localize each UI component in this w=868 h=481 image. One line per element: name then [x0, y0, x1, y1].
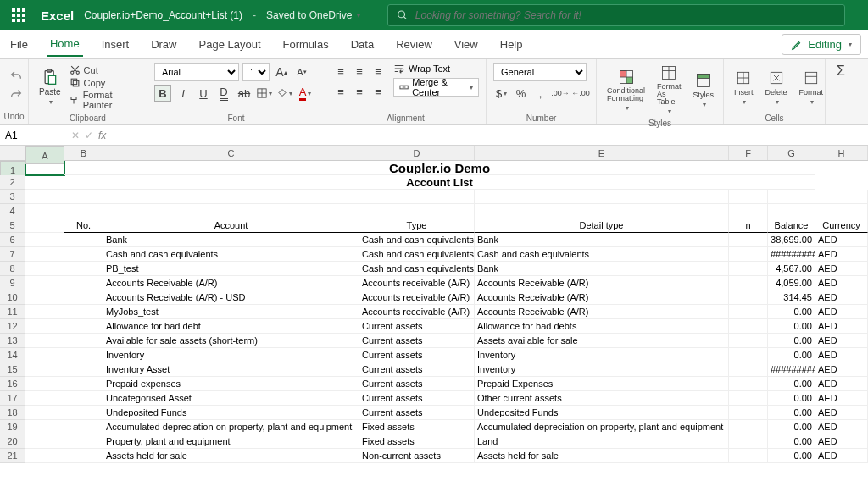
cell[interactable]: AED — [815, 348, 868, 362]
document-name[interactable]: Coupler.io+Demo_Account+List (1) — [84, 9, 242, 21]
cell[interactable] — [729, 391, 768, 406]
cell[interactable]: AED — [815, 247, 868, 262]
cell[interactable] — [359, 204, 475, 218]
font-name-select[interactable]: Arial — [154, 63, 239, 81]
cell[interactable]: ######### — [768, 362, 815, 377]
cell[interactable]: 0.00 — [768, 348, 815, 362]
cell[interactable] — [729, 262, 768, 276]
row-header[interactable]: 12 — [0, 319, 25, 334]
cell[interactable]: 0.00 — [768, 420, 815, 434]
cell[interactable]: Cash and cash equivalents — [359, 233, 475, 247]
cell[interactable]: Balance — [768, 218, 815, 233]
cell[interactable] — [729, 233, 768, 247]
cell[interactable] — [25, 406, 64, 420]
shrink-font-button[interactable]: A▾ — [293, 64, 310, 80]
delete-cells-button[interactable]: Delete▾ — [762, 68, 791, 108]
cell[interactable] — [729, 190, 768, 204]
cell[interactable]: Other current assets — [475, 391, 729, 406]
cell[interactable] — [64, 449, 103, 463]
cell[interactable] — [359, 190, 475, 204]
col-header[interactable]: G — [768, 146, 815, 160]
cell[interactable]: 0.00 — [768, 377, 815, 391]
strikethrough-button[interactable]: ab — [236, 85, 253, 102]
font-color-button[interactable]: A▾ — [297, 85, 314, 102]
cell[interactable] — [729, 276, 768, 290]
formula-input[interactable] — [113, 130, 868, 141]
cell[interactable] — [64, 434, 103, 449]
cell[interactable] — [729, 449, 768, 463]
enter-formula-icon[interactable]: ✓ — [85, 130, 93, 141]
cell[interactable]: AED — [815, 334, 868, 348]
spreadsheet-grid[interactable]: A B C D E F G H 1Coupler.io Demo2Account… — [0, 146, 868, 481]
cell[interactable] — [729, 247, 768, 262]
cell[interactable] — [25, 391, 64, 406]
number-format-select[interactable]: General — [493, 63, 587, 81]
row-header[interactable]: 20 — [0, 434, 25, 449]
cell[interactable] — [729, 334, 768, 348]
cell[interactable]: 0.00 — [768, 434, 815, 449]
cell[interactable]: Accounts receivable (A/R) — [359, 290, 475, 305]
cell-styles-button[interactable]: Styles▾ — [690, 70, 718, 110]
search-input[interactable] — [415, 9, 837, 21]
cell[interactable] — [64, 420, 103, 434]
increase-decimal-button[interactable]: .00→ — [552, 85, 569, 102]
format-as-table-button[interactable]: Format As Table▾ — [654, 63, 685, 117]
cell[interactable] — [25, 319, 64, 334]
cell[interactable]: AED — [815, 377, 868, 391]
cell[interactable]: ######### — [768, 247, 815, 262]
cell[interactable]: AED — [815, 319, 868, 334]
comma-button[interactable]: , — [532, 85, 548, 102]
cell[interactable]: Land — [475, 434, 729, 449]
cell[interactable]: 0.00 — [768, 449, 815, 463]
select-all-corner[interactable] — [0, 146, 25, 160]
bold-button[interactable]: B — [154, 85, 171, 102]
cell[interactable]: Current assets — [359, 406, 475, 420]
cell[interactable]: AED — [815, 262, 868, 276]
cell[interactable] — [64, 377, 103, 391]
col-header[interactable]: A — [25, 146, 64, 164]
cell[interactable] — [64, 204, 103, 218]
italic-button[interactable]: I — [175, 85, 192, 102]
cell[interactable] — [25, 449, 64, 463]
cell[interactable]: Allowance for bad debts — [475, 319, 729, 334]
merge-center-button[interactable]: Merge & Center▾ — [393, 78, 479, 97]
cell[interactable]: Accounts Receivable (A/R) — [475, 305, 729, 319]
cell[interactable] — [103, 190, 359, 204]
cell[interactable]: AED — [815, 406, 868, 420]
row-header[interactable]: 11 — [0, 305, 25, 319]
cell[interactable]: 0.00 — [768, 305, 815, 319]
cell[interactable]: 38,699.00 — [768, 233, 815, 247]
cell[interactable]: AED — [815, 233, 868, 247]
cell[interactable]: Cash and cash equivalents — [359, 262, 475, 276]
cell[interactable] — [103, 204, 359, 218]
cell[interactable] — [25, 276, 64, 290]
cell[interactable]: PB_test — [103, 262, 359, 276]
cell[interactable]: Undeposited Funds — [475, 406, 729, 420]
cell[interactable]: AED — [815, 420, 868, 434]
cell[interactable]: Current assets — [359, 319, 475, 334]
format-cells-button[interactable]: Format▾ — [796, 68, 827, 108]
cell[interactable]: Accounts Receivable (A/R) — [475, 290, 729, 305]
cell[interactable]: Undeposited Funds — [103, 406, 359, 420]
tab-help[interactable]: Help — [497, 33, 526, 56]
row-header[interactable]: 2 — [0, 175, 25, 190]
cell[interactable] — [25, 334, 64, 348]
cell[interactable] — [25, 218, 64, 233]
row-header[interactable]: 16 — [0, 377, 25, 391]
conditional-formatting-button[interactable]: Conditional Formatting▾ — [604, 67, 648, 113]
cell[interactable]: Account — [103, 218, 359, 233]
cell[interactable] — [64, 190, 103, 204]
row-header[interactable]: 4 — [0, 204, 25, 218]
cell[interactable]: Inventory — [103, 348, 359, 362]
row-header[interactable]: 9 — [0, 276, 25, 290]
cell[interactable]: 4,059.00 — [768, 276, 815, 290]
cell[interactable]: 0.00 — [768, 406, 815, 420]
cell[interactable]: Assets available for sale — [475, 334, 729, 348]
cell[interactable]: Account List — [64, 175, 815, 190]
row-header[interactable]: 21 — [0, 449, 25, 463]
tab-view[interactable]: View — [451, 33, 481, 56]
format-painter-button[interactable]: Format Painter — [70, 90, 140, 110]
cell[interactable]: AED — [815, 362, 868, 377]
cell[interactable] — [25, 420, 64, 434]
cell[interactable] — [64, 362, 103, 377]
